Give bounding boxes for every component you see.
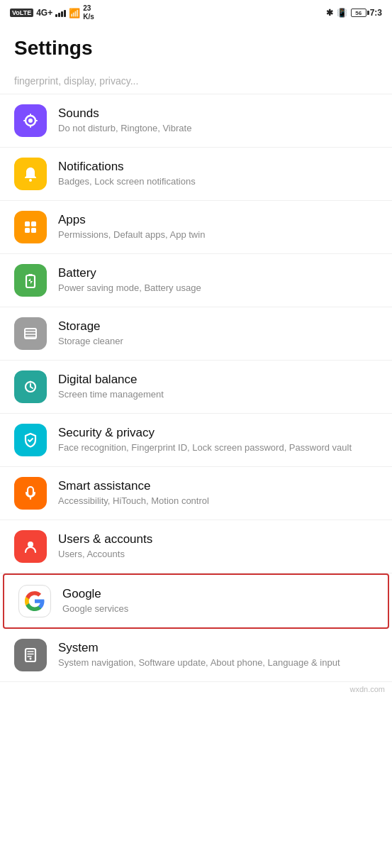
smart-assistance-text: Smart assistance Accessibility, HiTouch,…	[58, 479, 378, 507]
notifications-text: Notifications Badges, Lock screen notifi…	[58, 160, 378, 188]
svg-rect-7	[25, 221, 30, 226]
battery-icon: 56	[351, 9, 366, 17]
signal-bars	[55, 9, 66, 17]
system-subtitle: System navigation, Software update, Abou…	[58, 657, 378, 669]
sounds-text: Sounds Do not disturb, Ringtone, Vibrate	[58, 106, 378, 135]
battery-block: 56	[351, 9, 366, 17]
svg-rect-9	[25, 228, 30, 233]
battery-level: 56	[355, 10, 362, 16]
vibrate-icon: 📳	[337, 8, 347, 18]
partial-item: fingerprint, display, privacy...	[0, 68, 392, 94]
digital-balance-text: Digital balance Screen time management	[58, 373, 378, 401]
settings-item-users-accounts[interactable]: Users & accounts Users, Accounts	[0, 520, 392, 573]
apps-subtitle: Permissions, Default apps, App twin	[58, 229, 378, 241]
security-privacy-icon	[14, 424, 47, 456]
settings-item-notifications[interactable]: Notifications Badges, Lock screen notifi…	[0, 148, 392, 201]
status-bar: VoLTE 4G+ 📶 23 K/s ✱ 📳 56 7:3	[0, 0, 392, 24]
svg-point-6	[29, 179, 32, 182]
apps-title: Apps	[58, 213, 378, 227]
volte-label: VoLTE	[10, 9, 33, 17]
battery-title: Battery	[58, 266, 378, 280]
settings-item-system[interactable]: System System navigation, Software updat…	[0, 629, 392, 682]
system-title: System	[58, 641, 378, 655]
smart-assistance-subtitle: Accessibility, HiTouch, Motion control	[58, 495, 378, 507]
settings-item-google[interactable]: Google Google services	[3, 573, 389, 629]
digital-balance-title: Digital balance	[58, 373, 378, 387]
svg-line-19	[30, 387, 33, 388]
digital-balance-subtitle: Screen time management	[58, 388, 378, 401]
sounds-title: Sounds	[58, 106, 378, 121]
battery-text: Battery Power saving mode, Battery usage	[58, 266, 378, 295]
system-icon	[14, 639, 47, 671]
status-right: ✱ 📳 56 7:3	[326, 8, 382, 18]
smart-assistance-title: Smart assistance	[58, 479, 378, 493]
bluetooth-icon: ✱	[326, 8, 333, 18]
page-title: Settings	[14, 37, 92, 59]
settings-item-smart-assistance[interactable]: Smart assistance Accessibility, HiTouch,…	[0, 467, 392, 520]
svg-rect-12	[28, 274, 33, 276]
data-speed: 23 K/s	[83, 4, 94, 21]
users-accounts-title: Users & accounts	[58, 532, 378, 546]
network-type: 4G+	[36, 8, 52, 18]
wifi-icon: 📶	[69, 8, 80, 18]
google-subtitle: Google services	[62, 603, 374, 615]
notifications-title: Notifications	[58, 160, 378, 174]
sounds-icon	[14, 104, 47, 137]
settings-list: Sounds Do not disturb, Ringtone, Vibrate…	[0, 94, 392, 682]
settings-item-sounds[interactable]: Sounds Do not disturb, Ringtone, Vibrate	[0, 94, 392, 148]
notifications-icon	[14, 158, 47, 190]
svg-rect-10	[31, 228, 36, 233]
security-privacy-text: Security & privacy Face recognition, Fin…	[58, 426, 378, 454]
battery-subtitle: Power saving mode, Battery usage	[58, 282, 378, 295]
storage-subtitle: Storage cleaner	[58, 335, 378, 348]
settings-item-storage[interactable]: Storage Storage cleaner	[0, 307, 392, 361]
users-accounts-subtitle: Users, Accounts	[58, 548, 378, 561]
settings-item-security-privacy[interactable]: Security & privacy Face recognition, Fin…	[0, 414, 392, 467]
notifications-subtitle: Badges, Lock screen notifications	[58, 175, 378, 188]
settings-item-digital-balance[interactable]: Digital balance Screen time management	[0, 361, 392, 414]
storage-text: Storage Storage cleaner	[58, 319, 378, 348]
svg-point-25	[30, 658, 32, 660]
svg-point-1	[28, 119, 33, 123]
svg-point-20	[30, 381, 32, 383]
security-privacy-subtitle: Face recognition, Fingerprint ID, Lock s…	[58, 441, 378, 454]
svg-rect-8	[31, 221, 36, 226]
smart-assistance-icon	[14, 477, 47, 510]
settings-item-battery[interactable]: Battery Power saving mode, Battery usage	[0, 254, 392, 307]
battery-settings-icon	[14, 264, 47, 297]
settings-item-apps[interactable]: Apps Permissions, Default apps, App twin	[0, 201, 392, 254]
google-text: Google Google services	[62, 587, 374, 615]
svg-point-23	[28, 542, 33, 547]
google-icon	[18, 585, 51, 617]
users-accounts-icon	[14, 530, 47, 563]
users-accounts-text: Users & accounts Users, Accounts	[58, 532, 378, 561]
system-text: System System navigation, Software updat…	[58, 641, 378, 669]
security-privacy-title: Security & privacy	[58, 426, 378, 440]
svg-rect-21	[28, 487, 33, 496]
storage-title: Storage	[58, 319, 378, 334]
digital-balance-icon	[14, 370, 47, 403]
sounds-subtitle: Do not disturb, Ringtone, Vibrate	[58, 122, 378, 135]
clock: 7:3	[370, 8, 382, 18]
watermark: wxdn.com	[0, 682, 392, 696]
apps-text: Apps Permissions, Default apps, App twin	[58, 213, 378, 241]
apps-icon	[14, 211, 47, 243]
storage-icon	[14, 317, 47, 350]
google-title: Google	[62, 587, 374, 601]
status-left: VoLTE 4G+ 📶 23 K/s	[10, 4, 94, 21]
page-header: Settings	[0, 24, 392, 68]
